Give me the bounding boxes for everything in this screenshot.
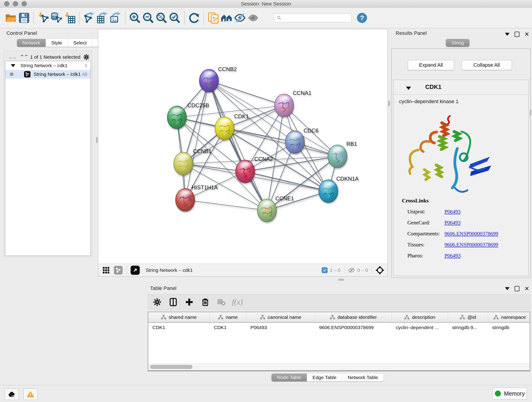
results-panel-collapse-icon[interactable]: [505, 33, 510, 36]
tab-node-table[interactable]: Node Table: [272, 374, 307, 381]
collapse-all-networks-icon[interactable]: ⌃⌃: [20, 55, 28, 59]
edge-CCNB2-CCNA1[interactable]: [209, 81, 284, 105]
edge-CCNA2-CDKN1A[interactable]: [245, 172, 328, 191]
zoom-out-button[interactable]: [142, 11, 155, 25]
column-header-shared-name[interactable]: shared name: [148, 312, 210, 322]
delete-column-trash-icon[interactable]: [199, 296, 211, 308]
edge-CCNE1-HIST1H1A[interactable]: [185, 200, 267, 211]
right-splitter-handle[interactable]: [388, 100, 390, 106]
fit-crosshair-icon[interactable]: [375, 266, 384, 274]
node-RB1[interactable]: RB1: [328, 141, 357, 168]
show-columns-icon[interactable]: [167, 296, 179, 308]
node-CDC25B[interactable]: CDC25B: [167, 102, 209, 129]
table-panel-float-icon[interactable]: [515, 286, 519, 291]
crosslink-link[interactable]: P06493: [444, 253, 461, 259]
crosslink-link[interactable]: P06493: [444, 209, 461, 215]
clone-network-button[interactable]: [207, 11, 220, 25]
string-view-icon[interactable]: [114, 266, 123, 274]
node-CCNA1[interactable]: CCNA1: [274, 90, 311, 117]
network-collection-row[interactable]: String Network – cdk1 1: [5, 61, 90, 70]
tab-string[interactable]: String: [446, 39, 469, 47]
birds-eye-view-icon[interactable]: [131, 266, 140, 275]
help-button[interactable]: ?: [357, 13, 367, 23]
export-image-button[interactable]: [109, 11, 122, 25]
expand-all-button[interactable]: Expand All: [408, 60, 454, 70]
zoom-in-button[interactable]: [128, 11, 142, 25]
column-header-description[interactable]: description: [392, 312, 448, 322]
zoom-selected-button[interactable]: [168, 11, 181, 25]
node-section-header[interactable]: [393, 82, 528, 95]
table-horizontal-scrollbar[interactable]: [148, 364, 530, 371]
left-splitter-handle[interactable]: [96, 137, 98, 143]
column-header-canonical-name[interactable]: canonical name: [246, 312, 315, 322]
tab-select[interactable]: Select: [68, 39, 92, 47]
export-network-button[interactable]: [82, 11, 96, 25]
selected-checkbox-icon[interactable]: [322, 267, 328, 273]
table-row[interactable]: CDK1CDK1P064939606.ENSP00000378699cyclin…: [148, 323, 530, 332]
results-scrollbar-handle[interactable]: [530, 109, 531, 115]
memory-button[interactable]: Memory: [493, 388, 527, 400]
horizontal-splitter-handle[interactable]: [338, 279, 344, 281]
table-cell[interactable]: CDK1: [148, 325, 210, 330]
table-cell[interactable]: CDK1: [210, 325, 246, 330]
table-panel-close-icon[interactable]: ✕: [525, 287, 529, 291]
tab-style[interactable]: Style: [46, 39, 68, 47]
import-network-database-button[interactable]: [50, 11, 63, 25]
grid-view-icon[interactable]: [101, 266, 111, 275]
network-list-options-gear-icon[interactable]: [82, 53, 90, 61]
crosslink-link[interactable]: 9606.ENSP00000378699: [444, 231, 498, 237]
table-cell[interactable]: cyclin–dependent ...: [392, 325, 448, 330]
network-row-selected[interactable]: String Network – cdk1 11 48: [5, 70, 90, 79]
scrollbar-thumb[interactable]: [150, 365, 192, 369]
network-edges[interactable]: [177, 81, 337, 211]
export-table-button[interactable]: [96, 11, 109, 25]
import-network-file-button[interactable]: [37, 11, 50, 25]
apply-layout-button[interactable]: [187, 11, 201, 25]
node-CDC6[interactable]: CDC6: [285, 128, 318, 153]
save-session-button[interactable]: [17, 11, 31, 25]
results-panel-float-icon[interactable]: [515, 32, 519, 37]
warning-status-button[interactable]: [23, 389, 38, 400]
table-cell[interactable]: stringdb:9...: [448, 325, 488, 330]
network-view-panel[interactable]: CCNB2 CCNA1 CDC25B CDK1 CDC6 R: [98, 29, 388, 277]
node-table[interactable]: shared name name canonical name database…: [148, 312, 530, 371]
table-cell[interactable]: 9606.ENSP00000378699: [315, 325, 392, 330]
network-canvas[interactable]: CCNB2 CCNA1 CDC25B CDK1 CDC6 R: [98, 29, 387, 264]
column-header-database-identifier[interactable]: database identifier: [315, 312, 392, 322]
first-neighbors-button[interactable]: [220, 11, 233, 25]
search-input[interactable]: [283, 15, 349, 21]
column-header-name[interactable]: name: [210, 312, 246, 322]
function-builder-icon[interactable]: f(x): [231, 296, 243, 308]
collapse-all-button[interactable]: Collapse All: [462, 60, 512, 70]
zoom-fit-button[interactable]: [155, 11, 168, 25]
node-CCNE1[interactable]: CCNE1: [257, 195, 294, 222]
hide-selected-button[interactable]: [233, 11, 247, 25]
column-header--id[interactable]: @id: [448, 312, 488, 322]
create-column-plus-icon[interactable]: [183, 296, 195, 308]
import-table-button[interactable]: [63, 11, 76, 25]
node-CDKN1A[interactable]: CDKN1A: [319, 176, 359, 203]
results-panel-close-icon[interactable]: ✕: [525, 32, 529, 36]
search-box[interactable]: [274, 13, 351, 22]
network-nodes[interactable]: CCNB2 CCNA1 CDC25B CDK1 CDC6 R: [167, 66, 359, 222]
show-all-button[interactable]: [247, 11, 260, 25]
node-section-expand-icon[interactable]: [406, 87, 411, 90]
column-header-namespace[interactable]: namespace: [488, 312, 530, 322]
tab-network-table[interactable]: Network Table: [342, 374, 384, 381]
expand-all-networks-icon[interactable]: ⌄⌄: [8, 55, 17, 59]
table-cell[interactable]: P06493: [246, 325, 315, 330]
cloud-status-button[interactable]: [5, 389, 19, 400]
table-options-gear-icon[interactable]: [151, 296, 163, 308]
edge-CDK1-RB1[interactable]: [225, 128, 337, 156]
node-HIST1H1A[interactable]: HIST1H1A: [176, 184, 218, 211]
table-cell[interactable]: stringdb: [488, 325, 530, 330]
table-panel-collapse-icon[interactable]: [505, 287, 510, 290]
tab-edge-table[interactable]: Edge Table: [307, 374, 342, 381]
crosslink-link[interactable]: 9606.ENSP00000378699: [444, 242, 498, 248]
tab-network[interactable]: Network: [17, 39, 46, 47]
node-CDK1[interactable]: CDK1: [215, 113, 249, 140]
delete-table-icon[interactable]: [215, 296, 227, 308]
open-session-button[interactable]: [4, 11, 17, 25]
edge-CCNB2-CCNE1[interactable]: [209, 81, 267, 211]
crosslink-link[interactable]: P06493: [444, 220, 461, 226]
